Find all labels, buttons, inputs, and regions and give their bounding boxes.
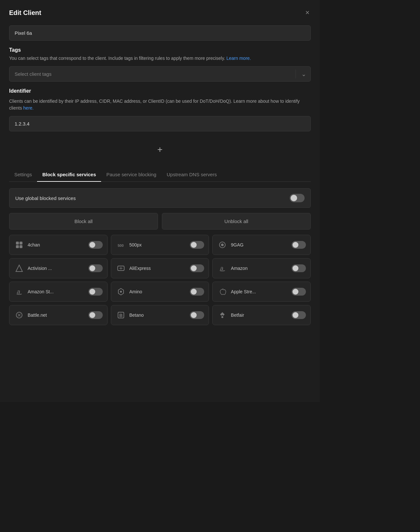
service-card-betano: B Betano <box>111 305 209 325</box>
service-card-4chan: 4chan <box>9 235 108 255</box>
service-toggle-500px[interactable] <box>190 241 204 249</box>
amazon-icon: a <box>217 263 228 273</box>
service-toggle-9gag[interactable] <box>292 241 306 249</box>
global-services-row: Use global blocked services <box>9 188 311 208</box>
service-card-500px: 500 500px <box>111 235 209 255</box>
identifier-section-title: Identifier <box>9 88 311 94</box>
svg-text:500: 500 <box>118 244 124 247</box>
service-name-betfair: Betfair <box>231 313 288 318</box>
service-toggle-4chan[interactable] <box>88 241 103 249</box>
identifier-section-desc: Clients can be identified by their IP ad… <box>9 98 311 112</box>
betano-icon: B <box>116 310 126 320</box>
500px-icon: 500 <box>116 240 126 250</box>
svg-rect-1 <box>20 242 22 245</box>
edit-client-modal: Edit Client × Tags You can select tags t… <box>0 0 320 402</box>
service-name-4chan: 4chan <box>28 242 85 247</box>
tab-settings[interactable]: Settings <box>9 168 37 182</box>
tags-select[interactable]: Select client tags <box>9 66 311 82</box>
identifier-learn-more-link[interactable]: here. <box>23 105 34 111</box>
battlenet-icon <box>14 310 24 320</box>
service-toggle-amazon[interactable] <box>292 264 306 272</box>
apple-streaming-icon <box>217 286 228 297</box>
svg-rect-3 <box>20 245 22 248</box>
client-name-input[interactable] <box>9 25 311 41</box>
service-toggle-aliexpress[interactable] <box>190 264 204 272</box>
select-divider <box>295 70 296 78</box>
service-name-amazon-streaming: Amazon St... <box>28 289 85 294</box>
action-buttons: Block all Unblock all <box>9 213 311 230</box>
service-toggle-activision[interactable] <box>88 264 103 272</box>
service-name-amino: Amino <box>129 289 187 294</box>
services-grid: 4chan 500 500px 9GAG <box>9 235 311 325</box>
service-card-amino: Amino <box>111 282 209 302</box>
service-name-500px: 500px <box>129 242 187 247</box>
svg-marker-7 <box>16 265 22 272</box>
4chan-icon <box>14 240 24 250</box>
svg-point-6 <box>221 244 224 246</box>
identifier-input[interactable] <box>9 116 311 131</box>
service-name-activision: Activision ... <box>28 266 85 271</box>
service-name-apple-streaming: Apple Stre... <box>231 289 288 294</box>
svg-point-18 <box>221 316 223 318</box>
service-card-amazon-streaming: a Amazon St... <box>9 282 108 302</box>
service-card-activision: Activision ... <box>9 258 108 278</box>
svg-text:a: a <box>220 265 223 272</box>
unblock-all-button[interactable]: Unblock all <box>162 213 311 230</box>
service-name-battlenet: Battle.net <box>28 313 85 318</box>
service-card-betfair: Betfair <box>212 305 311 325</box>
service-toggle-betano[interactable] <box>190 311 204 319</box>
amino-icon <box>116 286 126 297</box>
svg-text:B: B <box>119 313 123 318</box>
aliexpress-icon <box>116 263 126 273</box>
service-card-9gag: 9GAG <box>212 235 311 255</box>
tab-block-specific-services[interactable]: Block specific services <box>37 168 101 182</box>
tags-section-desc: You can select tags that correspond to t… <box>9 55 311 62</box>
modal-header: Edit Client × <box>9 8 311 18</box>
service-toggle-apple-streaming[interactable] <box>292 288 306 296</box>
svg-rect-2 <box>16 245 19 248</box>
amazon-streaming-icon: a <box>14 286 24 297</box>
service-card-aliexpress: AliExpress <box>111 258 209 278</box>
service-card-battlenet: Battle.net <box>9 305 108 325</box>
tags-section-title: Tags <box>9 47 311 53</box>
block-all-button[interactable]: Block all <box>9 213 158 230</box>
service-name-aliexpress: AliExpress <box>129 266 187 271</box>
activision-icon <box>14 263 24 273</box>
service-toggle-amino[interactable] <box>190 288 204 296</box>
9gag-icon <box>217 240 228 250</box>
svg-point-14 <box>120 291 122 293</box>
global-services-toggle[interactable] <box>290 194 305 202</box>
close-button[interactable]: × <box>304 8 311 18</box>
tags-select-wrapper: Select client tags ⌄ <box>9 66 311 82</box>
tab-upstream-dns-servers[interactable]: Upstream DNS servers <box>162 168 222 182</box>
svg-rect-0 <box>16 242 19 245</box>
service-toggle-battlenet[interactable] <box>88 311 103 319</box>
service-card-amazon: a Amazon <box>212 258 311 278</box>
service-name-betano: Betano <box>129 313 187 318</box>
tabs-nav: Settings Block specific services Pause s… <box>9 168 311 182</box>
tags-learn-more-link[interactable]: Learn more. <box>226 56 251 61</box>
modal-title: Edit Client <box>9 9 41 17</box>
service-toggle-amazon-streaming[interactable] <box>88 288 103 296</box>
add-identifier-button[interactable]: + <box>153 143 166 156</box>
global-services-label: Use global blocked services <box>15 195 76 201</box>
svg-text:a: a <box>17 288 20 295</box>
tab-pause-service-blocking[interactable]: Pause service blocking <box>101 168 161 182</box>
service-toggle-betfair[interactable] <box>292 311 306 319</box>
service-name-amazon: Amazon <box>231 266 288 271</box>
service-name-9gag: 9GAG <box>231 242 288 247</box>
service-card-apple-streaming: Apple Stre... <box>212 282 311 302</box>
betfair-icon <box>217 310 228 320</box>
